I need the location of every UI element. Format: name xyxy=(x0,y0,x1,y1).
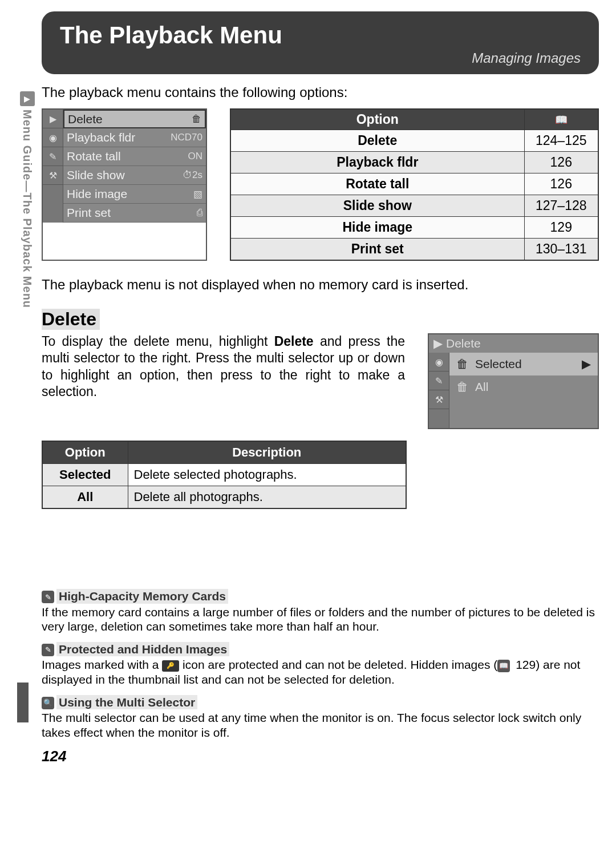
delete-menu-screenshot: ▶ Delete ◉ ✎ ⚒ 🗑Selected▶🗑All xyxy=(428,333,599,429)
intro-text: The playback menu contains the following… xyxy=(42,84,599,100)
option-pages: 127–128 xyxy=(524,195,598,217)
tab-shooting-icon: ◉ xyxy=(43,128,63,147)
no-card-note: The playback menu is not displayed when … xyxy=(42,277,599,293)
option-name: Delete xyxy=(230,130,524,152)
footnote-title: High-Capacity Memory Cards xyxy=(56,589,228,604)
option-header: Option xyxy=(42,441,128,464)
blank-row xyxy=(449,398,598,421)
menu-item-value: ⎙ xyxy=(197,207,202,219)
selector-arrow-icon: ▶ xyxy=(582,357,591,371)
menu-item-value: 🗑 xyxy=(192,114,201,125)
menu-item-value: NCD70 xyxy=(171,132,202,143)
menu-item-value: ▧ xyxy=(193,188,202,200)
menu-item: Slide show⏱2s xyxy=(63,166,206,185)
menu-item: Hide image▧ xyxy=(63,185,206,204)
delete-heading: Delete xyxy=(42,309,100,330)
trash-icon: 🗑 xyxy=(456,380,468,394)
description-header: Description xyxy=(128,441,406,464)
desc-option: Selected xyxy=(42,464,128,486)
side-label: Menu Guide—The Playback Menu xyxy=(21,110,34,308)
page-number: 124 xyxy=(42,748,599,765)
option-name: Hide image xyxy=(230,217,524,239)
footnote-body: If the memory card contains a large numb… xyxy=(42,605,599,634)
desc-text: Delete selected photographs. xyxy=(128,464,406,486)
page-ref-header-icon: 📖 xyxy=(524,109,598,130)
option-name: Slide show xyxy=(230,195,524,217)
footnote: ✎ High-Capacity Memory CardsIf the memor… xyxy=(42,589,599,634)
side-tab: ▶ Menu Guide—The Playback Menu xyxy=(17,91,37,837)
page-title: The Playback Menu xyxy=(60,22,581,49)
footnote-body: Images marked with a 🔑 icon are protecte… xyxy=(42,657,599,687)
footnote-body: The multi selector can be used at any ti… xyxy=(42,710,599,740)
footnote-title: Protected and Hidden Images xyxy=(56,642,229,657)
page-ref-icon: 📖 xyxy=(497,660,510,672)
option-pages: 124–125 xyxy=(524,130,598,152)
option-pages: 130–131 xyxy=(524,239,598,261)
option-pages: 126 xyxy=(524,152,598,173)
menu-item-label: Rotate tall xyxy=(67,150,121,163)
menu-item: Delete🗑 xyxy=(63,110,206,128)
menu-item: Print set⎙ xyxy=(63,204,206,223)
footnote: 🔍 Using the Multi SelectorThe multi sele… xyxy=(42,695,599,740)
option-pages: 126 xyxy=(524,173,598,195)
protect-key-icon: 🔑 xyxy=(162,660,179,672)
delete-pane-title: Delete xyxy=(446,337,481,350)
menu-item-label: Hide image xyxy=(67,187,127,201)
desc-text: Delete all photographs. xyxy=(128,486,406,509)
delete-option-label: All xyxy=(475,380,488,394)
tab-setup-icon: ⚒ xyxy=(43,166,63,185)
playback-icon: ▶ xyxy=(433,337,443,350)
page-subtitle: Managing Images xyxy=(60,50,581,66)
delete-option-description-table: Option Description SelectedDelete select… xyxy=(42,441,407,509)
menu-icon-column: ◉ ✎ ⚒ xyxy=(429,353,449,428)
delete-option-label: Selected xyxy=(475,357,522,371)
side-accent xyxy=(17,683,29,722)
option-header: Option xyxy=(230,109,524,130)
delete-instructions: To display the delete menu, highlight De… xyxy=(42,333,405,429)
playback-icon: ▶ xyxy=(20,91,35,106)
trash-icon: 🗑 xyxy=(456,357,468,371)
menu-item-label: Print set xyxy=(67,206,111,220)
menu-item-label: Slide show xyxy=(67,168,125,182)
menu-icon-column: ▶ ◉ ✎ ⚒ xyxy=(43,110,63,223)
menu-item-value: ⏱2s xyxy=(183,169,202,181)
footnote: ✎ Protected and Hidden ImagesImages mark… xyxy=(42,642,599,687)
option-name: Playback fldr xyxy=(230,152,524,173)
footnote-icon: ✎ xyxy=(42,644,54,656)
footnote-icon: ✎ xyxy=(42,591,54,603)
playback-menu-screenshot: ▶ ◉ ✎ ⚒ Delete🗑Playback fldrNCD70Rotate … xyxy=(42,108,207,261)
footnote-title: Using the Multi Selector xyxy=(56,695,197,710)
tab-csm-icon: ✎ xyxy=(43,147,63,166)
menu-item-value: ON xyxy=(188,151,203,162)
option-pages: 129 xyxy=(524,217,598,239)
delete-option-row: 🗑Selected▶ xyxy=(449,353,598,375)
option-name: Print set xyxy=(230,239,524,261)
desc-option: All xyxy=(42,486,128,509)
options-page-table: Option 📖 Delete124–125Playback fldr126Ro… xyxy=(230,108,599,261)
footnote-icon: 🔍 xyxy=(42,697,54,709)
menu-item: Playback fldrNCD70 xyxy=(63,128,206,147)
menu-item-label: Playback fldr xyxy=(67,131,135,144)
tab-playback-icon: ▶ xyxy=(43,110,63,128)
menu-item: Rotate tallON xyxy=(63,147,206,166)
menu-item-label: Delete xyxy=(68,112,103,126)
delete-option-row: 🗑All xyxy=(449,375,598,398)
option-name: Rotate tall xyxy=(230,173,524,195)
title-banner: The Playback Menu Managing Images xyxy=(42,11,599,74)
